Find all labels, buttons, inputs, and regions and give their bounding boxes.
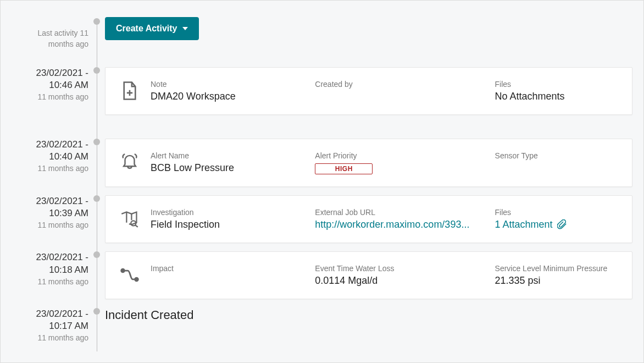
- activity-card-alert[interactable]: Alert Name BCB Low Pressure Alert Priori…: [105, 139, 632, 187]
- timestamp-time: 10:17 AM: [17, 320, 88, 332]
- sensor-type-label: Sensor Type: [495, 151, 618, 160]
- last-activity-label: Last activity 11 months ago: [17, 28, 88, 50]
- map-search-icon: [120, 209, 140, 229]
- impact-icon: [120, 265, 140, 285]
- alert-priority-badge: HIGH: [315, 163, 373, 174]
- paperclip-icon: [557, 219, 567, 229]
- activity-card-impact[interactable]: Impact Event Time Water Loss 0.0114 Mgal…: [105, 251, 632, 299]
- impact-label: Impact: [151, 264, 304, 273]
- job-url-link[interactable]: http://workorder.maximo.com/393...: [315, 219, 484, 230]
- alert-name-label: Alert Name: [151, 151, 304, 160]
- file-plus-icon: [120, 81, 140, 101]
- timestamp-time: 10:40 AM: [17, 151, 88, 163]
- chevron-down-icon: [182, 27, 188, 30]
- timeline-marker: [93, 139, 100, 145]
- timestamp-relative: 11 months ago: [17, 333, 88, 342]
- note-label: Note: [151, 80, 304, 89]
- timestamp-date: 23/02/2021 -: [17, 308, 88, 320]
- timeline-marker: [93, 195, 100, 202]
- timestamp-date: 23/02/2021 -: [17, 139, 88, 151]
- timestamp-relative: 11 months ago: [17, 92, 88, 101]
- activity-card-note[interactable]: Note DMA20 Workspace Created by Files No…: [105, 67, 632, 115]
- timestamp-time: 10:39 AM: [17, 207, 88, 219]
- service-level-value: 21.335 psi: [495, 275, 618, 287]
- incident-created-text: Incident Created: [105, 308, 632, 322]
- alert-priority-label: Alert Priority: [315, 151, 484, 160]
- timestamp-relative: 11 months ago: [17, 164, 88, 173]
- timeline-marker: [93, 18, 100, 25]
- investigation-value: Field Inspection: [151, 219, 304, 230]
- timestamp-date: 23/02/2021 -: [17, 251, 88, 263]
- note-value: DMA20 Workspace: [151, 91, 304, 102]
- timestamp-time: 10:46 AM: [17, 79, 88, 91]
- attachments-link[interactable]: 1 Attachment: [495, 219, 618, 230]
- files-label: Files: [495, 80, 618, 89]
- job-url-label: External Job URL: [315, 208, 484, 217]
- water-loss-label: Event Time Water Loss: [315, 264, 484, 273]
- createdby-label: Created by: [315, 80, 484, 89]
- timestamp-relative: 11 months ago: [17, 221, 88, 229]
- investigation-label: Investigation: [151, 208, 304, 217]
- alert-name-value: BCB Low Pressure: [151, 162, 304, 174]
- bell-icon: [120, 152, 140, 172]
- timestamp-date: 23/02/2021 -: [17, 67, 88, 79]
- timestamp-date: 23/02/2021 -: [17, 195, 88, 207]
- service-level-label: Service Level Minimum Pressure: [495, 264, 618, 273]
- timeline-marker: [93, 251, 100, 258]
- create-activity-button[interactable]: Create Activity: [105, 17, 199, 40]
- files-value: No Attachments: [495, 91, 618, 102]
- timeline-marker: [93, 308, 100, 315]
- timestamp-time: 10:18 AM: [17, 264, 88, 276]
- activity-card-investigation[interactable]: Investigation Field Inspection External …: [105, 195, 632, 243]
- timestamp-relative: 11 months ago: [17, 277, 88, 286]
- attachments-count: 1 Attachment: [495, 219, 553, 230]
- files-label: Files: [495, 208, 618, 217]
- water-loss-value: 0.0114 Mgal/d: [315, 275, 484, 287]
- timeline-marker: [93, 67, 100, 74]
- create-activity-label: Create Activity: [116, 24, 177, 34]
